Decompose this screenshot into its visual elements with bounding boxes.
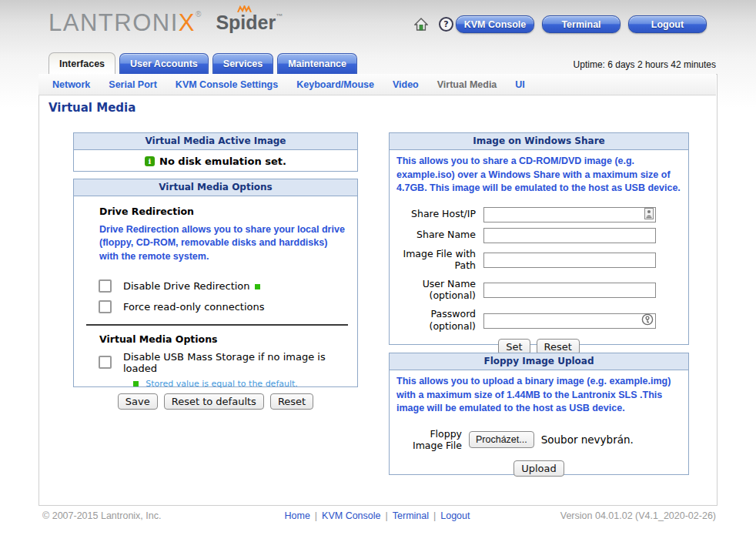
options-panel: Virtual Media Options Drive Redirection … bbox=[73, 179, 358, 387]
options-heading: Virtual Media Options bbox=[99, 333, 346, 345]
drive-redirection-desc: Drive Redirection allows you to share yo… bbox=[99, 223, 346, 263]
floppy-image-file-label: Floppy Image File bbox=[406, 428, 462, 452]
upload-button[interactable]: Upload bbox=[513, 460, 564, 477]
share-name-input[interactable] bbox=[483, 228, 656, 243]
force-readonly-checkbox[interactable] bbox=[99, 300, 112, 313]
main-tabs: Interfaces User Accounts Services Mainte… bbox=[49, 52, 357, 74]
subnav-item-keyboard-mouse[interactable]: Keyboard/Mouse bbox=[296, 79, 374, 90]
options-panel-title: Virtual Media Options bbox=[74, 179, 357, 196]
windows-share-desc: This allows you to share a CD-ROM/DVD im… bbox=[396, 155, 682, 196]
options-divider bbox=[86, 324, 348, 326]
terminal-button[interactable]: Terminal bbox=[542, 15, 621, 33]
legend-green-square bbox=[133, 381, 139, 386]
active-image-status: No disk emulation set. bbox=[159, 156, 286, 167]
page-title: Virtual Media bbox=[49, 101, 135, 115]
subnav-item-video[interactable]: Video bbox=[393, 79, 419, 90]
footer-link-terminal[interactable]: Terminal bbox=[393, 510, 429, 521]
password-input[interactable] bbox=[483, 313, 656, 329]
footer-separator: | bbox=[433, 510, 436, 521]
save-button[interactable]: Save bbox=[118, 393, 158, 410]
disable-usb-mass-storage-label: Disable USB Mass Storage if no image is … bbox=[123, 351, 346, 374]
footer-link-kvm-console[interactable]: KVM Console bbox=[322, 510, 380, 521]
legend-text: Stored value is equal to the default. bbox=[146, 379, 298, 389]
registered-mark: ® bbox=[196, 10, 201, 18]
footer-link-logout[interactable]: Logout bbox=[440, 510, 470, 521]
active-image-panel: Virtual Media Active Image i No disk emu… bbox=[73, 132, 358, 172]
product-wordmark: Spider™ bbox=[216, 12, 283, 33]
reset-button[interactable]: Reset bbox=[270, 393, 313, 410]
subnav-item-serial-port[interactable]: Serial Port bbox=[109, 79, 157, 90]
user-name-input[interactable] bbox=[483, 283, 656, 298]
tab-interfaces[interactable]: Interfaces bbox=[49, 52, 115, 74]
user-name-label: User Name (optional) bbox=[390, 278, 483, 302]
disable-usb-mass-storage-checkbox[interactable] bbox=[99, 356, 112, 369]
footer-version: Version 04.01.02 (V4.1_2020-02-26) bbox=[560, 510, 716, 521]
image-file-input[interactable] bbox=[483, 253, 656, 268]
contact-autofill-icon[interactable] bbox=[644, 208, 654, 219]
tab-maintenance[interactable]: Maintenance bbox=[277, 53, 357, 74]
share-name-label: Share Name bbox=[390, 229, 483, 241]
footer-separator: | bbox=[386, 510, 388, 521]
disable-drive-redirection-checkbox[interactable] bbox=[99, 279, 112, 293]
share-host-input[interactable] bbox=[483, 207, 656, 222]
spider-crown-icon bbox=[237, 5, 252, 12]
tab-user-accounts[interactable]: User Accounts bbox=[119, 53, 209, 74]
password-key-icon[interactable] bbox=[641, 313, 654, 326]
subnav-item-ui[interactable]: UI bbox=[515, 79, 525, 90]
subnav: Network Serial Port KVM Console Settings… bbox=[38, 74, 716, 95]
windows-share-panel: Image on Windows Share This allows you t… bbox=[389, 132, 689, 345]
force-readonly-label: Force read-only connections bbox=[123, 301, 265, 313]
lantronix-logo: LANTRONIX® Spider™ bbox=[49, 9, 283, 37]
windows-share-panel-title: Image on Windows Share bbox=[390, 133, 688, 150]
logout-button[interactable]: Logout bbox=[628, 15, 707, 33]
brand-x: X bbox=[179, 9, 196, 36]
help-icon[interactable]: ? bbox=[439, 17, 453, 32]
image-file-label: Image File with Path bbox=[390, 248, 483, 272]
subnav-item-virtual-media: Virtual Media bbox=[437, 79, 497, 90]
password-label: Password (optional) bbox=[390, 308, 483, 332]
info-icon: i bbox=[145, 156, 155, 166]
subnav-item-network[interactable]: Network bbox=[52, 79, 90, 90]
home-icon[interactable] bbox=[414, 18, 428, 31]
footer-separator: | bbox=[315, 510, 317, 521]
drive-redirection-heading: Drive Redirection bbox=[99, 206, 346, 217]
no-file-selected-text: Soubor nevybrán. bbox=[541, 433, 634, 446]
kvm-console-button[interactable]: KVM Console bbox=[456, 15, 534, 33]
reset-to-defaults-button[interactable]: Reset to defaults bbox=[164, 393, 264, 410]
disable-drive-redirection-label: Disable Drive Redirection bbox=[123, 280, 260, 292]
uptime-text: Uptime: 6 days 2 hours 42 minutes bbox=[574, 59, 716, 70]
brand-wordmark: LANTRONIX® bbox=[49, 9, 201, 36]
footer-link-home[interactable]: Home bbox=[284, 510, 309, 521]
default-value-marker bbox=[255, 284, 260, 289]
browse-button[interactable]: Procházet... bbox=[469, 431, 534, 448]
subnav-item-kvm-console-settings[interactable]: KVM Console Settings bbox=[176, 79, 278, 90]
active-image-panel-title: Virtual Media Active Image bbox=[74, 133, 357, 150]
floppy-desc: This allows you to upload a binary image… bbox=[396, 375, 682, 416]
tab-services[interactable]: Services bbox=[212, 53, 273, 74]
floppy-upload-panel: Floppy Image Upload This allows you to u… bbox=[389, 353, 689, 475]
trademark: ™ bbox=[276, 12, 283, 20]
floppy-panel-title: Floppy Image Upload bbox=[390, 353, 688, 370]
share-host-label: Share Host/IP bbox=[390, 208, 483, 220]
